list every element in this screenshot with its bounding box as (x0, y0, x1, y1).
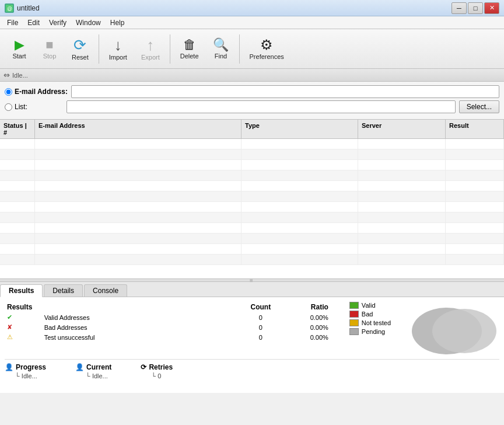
progress-label: 👤 Progress (5, 363, 46, 371)
table-row (0, 139, 504, 149)
current-icon: 👤 (75, 363, 84, 371)
table-row (0, 149, 504, 160)
export-button[interactable]: ↑ Export (135, 32, 166, 67)
legend-not-tested: Not tested (349, 319, 391, 326)
title-bar-left: @ untitled (5, 4, 40, 13)
menu-window[interactable]: Window (71, 18, 106, 28)
progress-value: └ Idle... (15, 372, 46, 379)
email-input[interactable] (71, 85, 499, 98)
progress-area: 👤 Progress └ Idle... 👤 Current └ Idle...… (5, 359, 499, 379)
title-bar: @ untitled ─ □ ✕ (0, 0, 504, 16)
status-bar: ⇔ Idle... (0, 69, 504, 82)
retries-value: └ 0 (151, 372, 173, 379)
tab-console[interactable]: Console (84, 284, 127, 297)
stop-button[interactable]: ■ Stop (35, 32, 64, 67)
list-input[interactable] (66, 100, 456, 113)
reset-icon: ⟳ (74, 37, 86, 53)
bad-count: 0 (237, 322, 284, 332)
count-col-header: Count (237, 302, 284, 312)
close-button[interactable]: ✕ (484, 2, 499, 14)
status-text: Idle... (12, 72, 28, 79)
legend-pending: Pending (349, 328, 391, 335)
window-title: untitled (17, 4, 40, 12)
legend-color-bad (349, 311, 359, 318)
retries-icon: ⟳ (141, 363, 146, 371)
table-row (0, 181, 504, 191)
restore-button[interactable]: □ (468, 2, 483, 14)
legend-color-valid (349, 302, 359, 309)
svg-text:@: @ (7, 6, 12, 12)
table-row (0, 202, 504, 212)
email-radio[interactable] (5, 88, 12, 96)
ratio-col-header: Ratio (284, 302, 331, 312)
table-row (0, 244, 504, 255)
import-button[interactable]: ↓ Import (103, 32, 134, 67)
current-value: └ Idle... (86, 372, 111, 379)
results-panel: Results Count Ratio ✔ Valid Addresses 0 … (0, 297, 504, 393)
bad-ratio: 0.00% (284, 322, 331, 332)
email-label: E-mail Address: (15, 88, 68, 96)
start-button[interactable]: ▶ Start (5, 32, 34, 67)
preferences-button[interactable]: ⚙ Preferences (243, 32, 290, 67)
bad-icon: ✘ (5, 322, 42, 332)
delete-button[interactable]: 🗑 Delete (174, 32, 205, 67)
pie-chart (406, 302, 499, 354)
results-table-area: Results Count Ratio ✔ Valid Addresses 0 … (5, 302, 331, 354)
import-icon: ↓ (114, 37, 122, 53)
list-radio[interactable] (5, 103, 12, 111)
input-area: E-mail Address: List: Select... (0, 82, 504, 120)
toolbar: ▶ Start ■ Stop ⟳ Reset ↓ Import ↑ Export… (0, 29, 504, 69)
results-row-valid: ✔ Valid Addresses 0 0.00% (5, 312, 331, 322)
col-header-email: E-mail Address (35, 120, 242, 138)
preferences-icon: ⚙ (260, 38, 273, 52)
bad-label: Bad Addresses (42, 322, 237, 332)
col-header-server: Server (358, 120, 446, 138)
results-row-bad: ✘ Bad Addresses 0 0.00% (5, 322, 331, 332)
results-table: Results Count Ratio ✔ Valid Addresses 0 … (5, 302, 331, 342)
table-row (0, 170, 504, 181)
find-button[interactable]: 🔍 Find (206, 32, 236, 67)
minimize-button[interactable]: ─ (452, 2, 467, 14)
results-content: Results Count Ratio ✔ Valid Addresses 0 … (5, 302, 499, 354)
menu-file[interactable]: File (2, 18, 23, 28)
menu-edit[interactable]: Edit (23, 18, 44, 28)
current-section: 👤 Current └ Idle... (75, 363, 111, 379)
unsuccessful-icon: ⚠ (5, 332, 42, 342)
title-bar-controls: ─ □ ✕ (452, 2, 499, 14)
unsuccessful-count: 0 (237, 332, 284, 342)
stop-icon: ■ (46, 39, 53, 51)
progress-section: 👤 Progress └ Idle... (5, 363, 46, 379)
menu-help[interactable]: Help (106, 18, 130, 28)
list-radio-label[interactable]: List: (5, 103, 63, 111)
list-row: List: Select... (5, 100, 499, 113)
find-label: Find (215, 53, 227, 60)
col-header-result: Result (446, 120, 504, 138)
tab-results[interactable]: Results (0, 284, 43, 297)
start-icon: ▶ (15, 39, 24, 51)
find-icon: 🔍 (213, 39, 229, 51)
export-label: Export (141, 54, 160, 61)
table-container[interactable]: Status | # E-mail Address Type Server Re… (0, 120, 504, 278)
select-button[interactable]: Select... (459, 100, 499, 113)
valid-label: Valid Addresses (42, 312, 237, 322)
table-row (0, 255, 504, 265)
email-radio-label[interactable]: E-mail Address: (5, 88, 68, 96)
app-icon: @ (5, 4, 14, 13)
toolbar-separator-1 (99, 34, 99, 64)
import-label: Import (109, 54, 127, 61)
results-col-header: Results (5, 302, 237, 312)
unsuccessful-ratio: 0.00% (284, 332, 331, 342)
preferences-label: Preferences (250, 53, 284, 60)
menu-verify[interactable]: Verify (44, 18, 71, 28)
reset-button[interactable]: ⟳ Reset (65, 32, 95, 67)
pie-chart-svg (406, 302, 499, 354)
tab-details[interactable]: Details (44, 284, 83, 297)
legend-color-pending (349, 328, 359, 335)
legend-label-bad: Bad (362, 311, 373, 318)
table-row (0, 191, 504, 202)
svg-point-3 (432, 309, 496, 353)
reset-label: Reset (72, 54, 89, 61)
legend-color-not-tested (349, 319, 359, 326)
unsuccessful-label: Test unsuccessful (42, 332, 237, 342)
bottom-panel: Results Details Console Results Count Ra… (0, 282, 504, 393)
